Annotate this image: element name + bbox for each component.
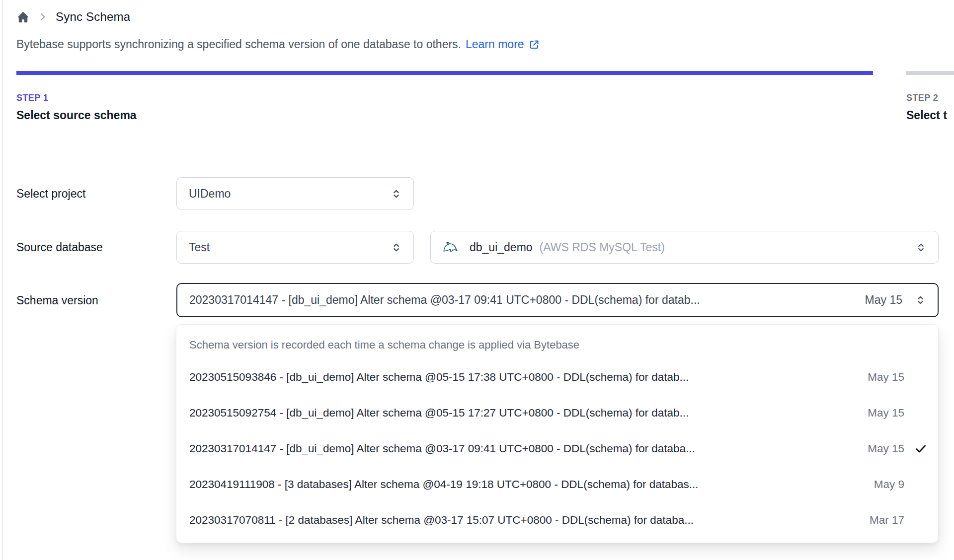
database-select-detail: (AWS RDS MySQL Test) (540, 241, 903, 254)
option-date: May 9 (869, 478, 904, 491)
sync-schema-page: Sync Schema Bytebase supports synchroniz… (0, 0, 954, 560)
step1-label: Select source schema (16, 109, 137, 122)
option-text: 20230317070811 - [2 databases] Alter sch… (189, 514, 861, 527)
step1-id: STEP 1 (16, 93, 137, 103)
option-text: 20230515092754 - [db_ui_demo] Alter sche… (189, 407, 860, 420)
external-link-icon[interactable] (528, 39, 540, 51)
schema-version-select-value: 20230317014147 - [db_ui_demo] Alter sche… (189, 293, 858, 307)
check-icon (904, 442, 927, 455)
option-date: May 15 (868, 371, 904, 384)
schema-version-option-selected[interactable]: 20230317014147 - [db_ui_demo] Alter sche… (176, 431, 938, 467)
schema-version-option[interactable]: 20230515093846 - [db_ui_demo] Alter sche… (176, 359, 938, 395)
step2-header: STEP 2 Select t (906, 93, 947, 122)
option-text: 20230515093846 - [db_ui_demo] Alter sche… (189, 371, 860, 384)
option-date: May 15 (868, 407, 904, 420)
learn-more-link[interactable]: Learn more (466, 38, 524, 51)
schema-version-dropdown: Schema version is recorded each time a s… (176, 324, 939, 543)
step2-label: Select t (906, 109, 947, 122)
chevron-updown-icon (390, 241, 402, 254)
project-select[interactable]: UIDemo (176, 177, 414, 210)
environment-select-value: Test (189, 241, 210, 254)
select-project-label: Select project (16, 187, 85, 201)
schema-version-select[interactable]: 20230317014147 - [db_ui_demo] Alter sche… (176, 283, 939, 317)
step1-progress-bar (16, 71, 873, 75)
schema-version-hint: Schema version is recorded each time a s… (176, 339, 938, 359)
schema-version-label: Schema version (16, 294, 98, 307)
database-select-value: db_ui_demo (470, 241, 533, 254)
schema-version-select-date: May 15 (865, 293, 902, 307)
chevron-updown-icon (390, 188, 402, 200)
database-select[interactable]: db_ui_demo (AWS RDS MySQL Test) (430, 231, 939, 264)
sidebar-divider (2, 0, 3, 560)
option-text: 20230419111908 - [3 databases] Alter sch… (189, 478, 861, 491)
home-icon[interactable] (16, 10, 30, 24)
chevron-updown-icon (915, 241, 927, 254)
source-database-label: Source database (16, 241, 103, 254)
step2-progress-bar (906, 71, 954, 75)
schema-version-option[interactable]: 20230317070811 - [2 databases] Alter sch… (176, 502, 938, 538)
project-select-value: UIDemo (189, 187, 231, 201)
mysql-icon (443, 240, 461, 254)
chevron-right-icon (38, 12, 48, 22)
option-date: Mar 17 (869, 514, 904, 527)
breadcrumb: Sync Schema (16, 10, 130, 24)
option-text: 20230317014147 - [db_ui_demo] Alter sche… (189, 442, 860, 455)
chevron-updown-icon (914, 294, 927, 306)
step2-id: STEP 2 (906, 93, 947, 103)
option-date: May 15 (868, 442, 904, 455)
environment-select[interactable]: Test (176, 231, 414, 264)
page-title: Sync Schema (56, 10, 130, 24)
description-text: Bytebase supports synchronizing a specif… (16, 38, 461, 51)
page-description: Bytebase supports synchronizing a specif… (16, 38, 540, 51)
schema-version-option[interactable]: 20230419111908 - [3 databases] Alter sch… (176, 467, 938, 502)
schema-version-option[interactable]: 20230515092754 - [db_ui_demo] Alter sche… (176, 395, 938, 431)
step1-header: STEP 1 Select source schema (16, 93, 137, 122)
